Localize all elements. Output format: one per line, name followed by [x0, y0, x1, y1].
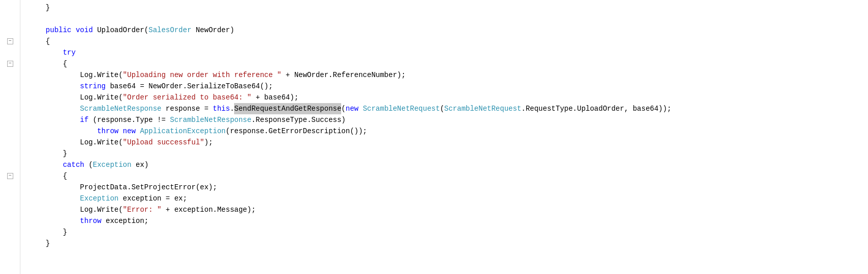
code-token: ScrambleNetResponse: [80, 103, 162, 114]
code-token: throw: [80, 215, 101, 227]
code-line: }: [29, 227, 868, 238]
code-token: "Upload successful": [123, 137, 205, 148]
code-line: ProjectData.SetProjectError(ex);: [29, 182, 868, 193]
code-token: [29, 215, 80, 227]
code-token: .: [230, 103, 234, 114]
code-token: [71, 24, 75, 36]
code-token: ScrambleNetRequest: [363, 103, 440, 114]
code-token: exception;: [101, 215, 148, 227]
code-token: catch: [63, 159, 84, 170]
code-token: ScrambleNetRequest: [444, 103, 521, 114]
code-token: new: [123, 126, 136, 137]
code-token: }: [29, 148, 67, 159]
code-token: Log.Write(: [29, 69, 123, 81]
code-line: catch (Exception ex): [29, 159, 868, 170]
code-line: {: [29, 36, 868, 47]
code-token: {: [29, 58, 67, 69]
code-token: [118, 126, 122, 137]
code-token: (: [440, 103, 444, 114]
code-line: Log.Write("Upload successful");: [29, 137, 868, 148]
code-line: throw exception;: [29, 215, 868, 227]
code-token: (response.Type !=: [89, 114, 170, 126]
code-token: );: [204, 137, 213, 148]
code-token: response =: [161, 103, 213, 114]
code-token: "Uploading new order with reference ": [123, 69, 282, 81]
code-token: this: [213, 103, 230, 114]
code-token: "Error: ": [123, 204, 162, 215]
code-line: if (response.Type != ScrambleNetResponse…: [29, 114, 868, 126]
code-token: Log.Write(: [29, 137, 123, 148]
code-token: Exception: [93, 159, 132, 170]
code-line: try: [29, 47, 868, 58]
code-token: [359, 103, 363, 114]
code-token: ScrambleNetResponse: [170, 114, 251, 126]
code-token: ex): [132, 159, 149, 170]
code-token: [29, 24, 46, 36]
code-token: new: [346, 103, 359, 114]
code-line: throw new ApplicationException(response.…: [29, 126, 868, 137]
code-token: throw: [97, 126, 118, 137]
code-token: ProjectData.SetProjectError(ex);: [29, 182, 217, 193]
code-line: }: [29, 148, 868, 159]
gutter: −−−: [0, 0, 20, 274]
code-line: public void UploadOrder(SalesOrder NewOr…: [29, 24, 868, 36]
code-token: UploadOrder(: [93, 24, 148, 36]
code-line: }: [29, 2, 868, 13]
code-token: void: [75, 24, 93, 36]
code-token: + base64);: [251, 92, 298, 103]
code-token: public: [46, 24, 71, 36]
code-token: {: [29, 36, 50, 47]
code-token: (response.GetErrorDescription());: [226, 126, 367, 137]
code-line: {: [29, 58, 868, 69]
code-token: [29, 81, 80, 92]
code-token: [29, 159, 63, 170]
code-line: }: [29, 238, 868, 249]
code-token: NewOrder): [191, 24, 234, 36]
code-line: ScrambleNetResponse response = this.Send…: [29, 103, 868, 114]
gutter-row-16: −: [7, 170, 13, 182]
code-token: "Order serialized to base64: ": [123, 92, 251, 103]
code-line: Exception exception = ex;: [29, 193, 868, 204]
code-token: Log.Write(: [29, 204, 123, 215]
code-token: }: [29, 238, 50, 249]
code-token: .ResponseType.Success): [251, 114, 346, 126]
code-token: if: [80, 114, 89, 126]
code-line: {: [29, 170, 868, 182]
collapse-button[interactable]: −: [7, 61, 13, 67]
code-token: ApplicationException: [140, 126, 225, 137]
code-token: + NewOrder.ReferenceNumber);: [282, 69, 406, 81]
code-token: {: [29, 170, 67, 182]
gutter-row-6: −: [7, 58, 13, 69]
code-token: [29, 193, 80, 204]
code-token: base64 = NewOrder.SerializeToBase64();: [106, 81, 273, 92]
code-line: Log.Write("Error: " + exception.Message)…: [29, 204, 868, 215]
code-token: SendRequestAndGetResponse: [234, 103, 341, 114]
code-token: [29, 103, 80, 114]
code-token: [29, 47, 63, 58]
code-token: }: [29, 227, 67, 238]
code-token: (: [84, 159, 93, 170]
code-token: Exception: [80, 193, 119, 204]
collapse-button[interactable]: −: [7, 38, 13, 44]
collapse-button[interactable]: −: [7, 173, 13, 179]
code-token: [29, 126, 97, 137]
code-token: exception = ex;: [118, 193, 187, 204]
code-token: + exception.Message);: [161, 204, 256, 215]
gutter-row-4: −: [7, 36, 13, 47]
code-token: SalesOrder: [148, 24, 191, 36]
code-line: string base64 = NewOrder.SerializeToBase…: [29, 81, 868, 92]
code-line: Log.Write("Uploading new order with refe…: [29, 69, 868, 81]
code-token: try: [63, 47, 75, 58]
code-area[interactable]: } public void UploadOrder(SalesOrder New…: [20, 0, 868, 274]
code-token: }: [29, 2, 50, 13]
code-line: Log.Write("Order serialized to base64: "…: [29, 92, 868, 103]
code-token: .RequestType.UploadOrder, base64));: [521, 103, 671, 114]
code-editor: −−− } public void UploadOrder(SalesOrder…: [0, 0, 868, 274]
code-token: [136, 126, 140, 137]
code-token: string: [80, 81, 106, 92]
code-line: [29, 13, 868, 24]
code-token: (: [341, 103, 345, 114]
code-token: [29, 114, 80, 126]
code-token: Log.Write(: [29, 92, 123, 103]
